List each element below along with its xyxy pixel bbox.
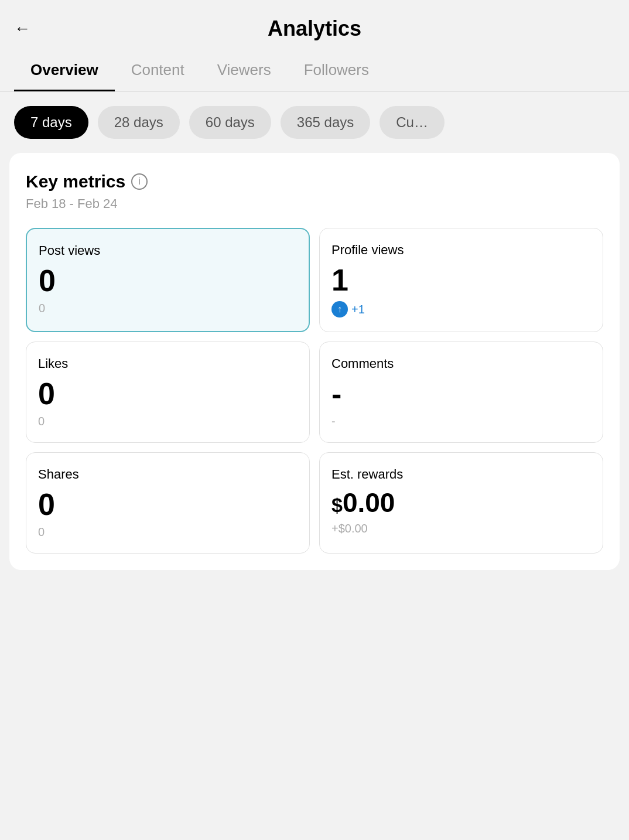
date-range: Feb 18 - Feb 24 [26, 196, 603, 211]
metric-est-rewards-value: $0.00 [331, 489, 591, 516]
back-button[interactable]: ← [14, 19, 30, 38]
tab-overview[interactable]: Overview [14, 50, 115, 91]
metric-likes-value: 0 [38, 378, 298, 409]
tab-viewers[interactable]: Viewers [201, 50, 288, 91]
metric-profile-views[interactable]: Profile views 1 +1 [319, 228, 603, 332]
period-filter: 7 days 28 days 60 days 365 days Cu… [0, 92, 629, 153]
metric-shares-label: Shares [38, 467, 298, 482]
metric-shares[interactable]: Shares 0 0 [26, 452, 310, 554]
metric-comments[interactable]: Comments - - [319, 342, 603, 443]
info-icon[interactable]: i [131, 173, 148, 190]
period-60days[interactable]: 60 days [189, 106, 271, 139]
tabs-row: Overview Content Viewers Followers [14, 50, 615, 91]
tab-content[interactable]: Content [115, 50, 201, 91]
metric-shares-sub: 0 [38, 525, 298, 539]
metric-post-views[interactable]: Post views 0 0 [26, 228, 310, 332]
metric-likes-label: Likes [38, 356, 298, 371]
metric-profile-views-sub: +1 [331, 301, 591, 317]
dollar-sign: $ [331, 494, 343, 516]
period-28days[interactable]: 28 days [98, 106, 180, 139]
metric-comments-sub: - [331, 415, 591, 428]
back-icon: ← [14, 19, 30, 38]
period-custom[interactable]: Cu… [380, 106, 445, 139]
period-7days[interactable]: 7 days [14, 106, 88, 139]
page-title: Analytics [268, 16, 361, 41]
tab-followers[interactable]: Followers [288, 50, 385, 91]
tabs-container: Overview Content Viewers Followers [0, 50, 629, 92]
metric-est-rewards-sub: +$0.00 [331, 522, 591, 535]
metric-profile-views-value: 1 [331, 265, 591, 295]
metric-shares-value: 0 [38, 489, 298, 520]
metric-profile-views-change: +1 [351, 303, 365, 316]
metric-profile-views-label: Profile views [331, 243, 591, 258]
metric-likes-sub: 0 [38, 415, 298, 428]
header: ← Analytics [0, 0, 629, 50]
metric-est-rewards-label: Est. rewards [331, 467, 591, 482]
metric-post-views-label: Post views [39, 243, 297, 258]
metrics-grid: Post views 0 0 Profile views 1 +1 Likes … [26, 228, 603, 554]
metric-comments-label: Comments [331, 356, 591, 371]
metric-post-views-value: 0 [39, 265, 297, 296]
metric-est-rewards[interactable]: Est. rewards $0.00 +$0.00 [319, 452, 603, 554]
key-metrics-card: Key metrics i Feb 18 - Feb 24 Post views… [9, 153, 620, 570]
up-arrow-icon [331, 301, 348, 317]
period-365days[interactable]: 365 days [281, 106, 370, 139]
key-metrics-title: Key metrics [26, 172, 125, 192]
metric-post-views-sub: 0 [39, 302, 297, 315]
metric-comments-value: - [331, 378, 591, 409]
metric-likes[interactable]: Likes 0 0 [26, 342, 310, 443]
section-title-row: Key metrics i [26, 172, 603, 192]
